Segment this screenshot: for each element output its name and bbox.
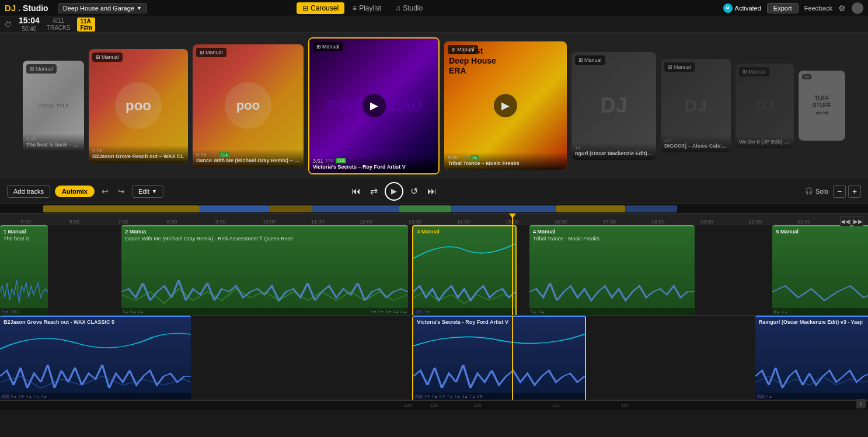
manual-btn-8[interactable]: ⊞Manual xyxy=(739,67,769,76)
ruler-mark: 16:00 xyxy=(554,219,567,225)
track-segment-1[interactable]: 1 Manual The beat is 5▼ 161 xyxy=(0,225,48,315)
manual-btn-4[interactable]: ⊞Manual xyxy=(313,42,343,51)
card-overlay-7: 127 DIGOO3] – Alexis Cabrera xyxy=(661,135,731,152)
manual-btn-6[interactable]: ⊞Manual xyxy=(575,55,605,65)
track-segment-3[interactable]: 3 Manual 6▼ 5▼ xyxy=(412,225,516,315)
carousel-track: LOCAL TALK ⊞Manual 5:46 The beat is back… xyxy=(23,36,845,176)
studio-mode-button[interactable]: ♫ Studio xyxy=(389,2,428,14)
scroll-icon: ↕ xyxy=(860,401,863,407)
undo-button[interactable]: ↩ xyxy=(99,186,111,197)
card-overlay-6: 14 ngurl (Oscar Mackenzie Edit) v3 – Yae… xyxy=(571,143,656,160)
manual-btn-5[interactable]: ⊞Manual xyxy=(448,45,478,54)
current-time: 15:04 xyxy=(19,16,40,26)
play-btn-5[interactable]: ▶ xyxy=(494,94,517,117)
carousel-card-6[interactable]: DJ ⊞Manual 14 ngurl (Oscar Mackenzie Edi… xyxy=(571,52,656,160)
clock-icon: ⏱ xyxy=(5,20,12,29)
studio-icon: ♫ xyxy=(395,4,400,12)
playhead-top xyxy=(512,225,513,315)
track-segment-5[interactable]: 5 Manual 6▲ 4▲ xyxy=(772,225,868,315)
carousel-card-7[interactable]: DJ ⊞Manual 127 DIGOO3] – Alexis Cabrera xyxy=(661,59,731,152)
app-logo: DJ.Studio xyxy=(5,3,48,13)
play-button[interactable]: ▶ xyxy=(385,182,403,201)
ruler-mark: 17:00 xyxy=(603,219,616,225)
edit-button[interactable]: Edit ▼ xyxy=(132,185,163,198)
carousel-card-2[interactable]: poo ⊞Manual 5:06 B2Jason Grove Reach out… xyxy=(89,49,188,163)
mixed-in-key-badge: M Activated xyxy=(723,4,761,13)
zoom-in-button[interactable]: + xyxy=(848,185,861,198)
timeline-section: 5:00 6:00 7:00 8:00 9:00 10:00 11:00 12:… xyxy=(0,204,868,420)
user-avatar[interactable] xyxy=(852,2,863,14)
playhead-bottom xyxy=(512,316,513,400)
total-time: 50:40 xyxy=(22,26,36,33)
card-overlay-5: 8:45 123 2A Tribal Trance – Music Freaks xyxy=(444,152,567,170)
ruler-mark: 21:00 xyxy=(797,219,811,225)
track-segment-6[interactable]: B2Jason Grove Reach out - WAX CLASSIC 5 … xyxy=(0,316,191,400)
headphones-icon: 🎧 xyxy=(805,187,813,195)
carousel-card-9[interactable]: TUFFSTUFFsto ltd Ma xyxy=(799,71,845,141)
ruler-mark: 8:00 xyxy=(167,219,177,225)
carousel-card-5[interactable]: The LostDeep HouseERA ▶ ⊞Manual 8:45 123… xyxy=(444,41,567,170)
mix-title: Deep House and Garage xyxy=(63,5,134,12)
mixed-in-key-status: Activated xyxy=(735,5,761,12)
loop-button[interactable]: ↺ xyxy=(408,184,420,198)
transport-controls: ⏮ ⇄ ▶ ↺ ⏭ xyxy=(349,182,439,201)
feedback-button[interactable]: Feedback xyxy=(804,5,832,12)
scroll-to-bottom-button[interactable]: ↕ xyxy=(856,399,866,408)
play-button-active[interactable]: ▶ xyxy=(362,94,386,117)
track-counter: 4/11 TRACKS xyxy=(47,18,71,32)
track-fraction: 4/11 xyxy=(53,18,64,25)
ruler-mark: 7:00 xyxy=(118,219,128,225)
playlist-icon: ≡ xyxy=(353,4,357,12)
card-overlay-3: 6:16 122 11A Dance With Me (Michael Gray… xyxy=(193,149,304,167)
manual-btn-9[interactable]: Ma xyxy=(802,74,811,79)
track-segment-7[interactable]: Victoria's Secrets - Roy Ford Artist V 4… xyxy=(412,316,585,400)
skip-forward-button[interactable]: ⏭ xyxy=(425,185,439,198)
redo-button[interactable]: ↪ xyxy=(116,186,127,197)
ruler-mark: 12:00 xyxy=(360,219,373,225)
automix-button[interactable]: Automix xyxy=(55,186,95,197)
timeline-prev-button[interactable]: ◀◀ xyxy=(840,216,850,226)
carousel-card-4-active[interactable]: PORTISHEAD ▶ ⊞Manual 3:51 126 11A Victor… xyxy=(308,37,440,174)
track-segment-8[interactable]: Raingurl (Oscar Mackenzie Edit) v3 - Yae… xyxy=(755,316,868,400)
track-segment-2[interactable]: 2 Manua Dance With Me (Michael Gray Remi… xyxy=(121,225,408,315)
manual-btn-3[interactable]: ⊞Manual xyxy=(196,48,226,57)
timeline-next-button[interactable]: ▶▶ xyxy=(853,216,863,226)
carousel-card-1[interactable]: LOCAL TALK ⊞Manual 5:46 The beat is back… xyxy=(23,61,84,151)
add-tracks-button[interactable]: Add tracks xyxy=(7,185,50,198)
mix-selector[interactable]: Deep House and Garage ▼ xyxy=(58,3,147,13)
time-display: 15:04 50:40 xyxy=(19,16,40,33)
ruler-mark: 20:00 xyxy=(748,219,762,225)
ruler-mark: 18:00 xyxy=(651,219,665,225)
zoom-out-button[interactable]: − xyxy=(833,185,846,198)
track-row-top: 1 Manual The beat is 5▼ 161 2 Manua Danc… xyxy=(0,225,868,316)
minimap[interactable] xyxy=(0,204,868,214)
ruler-mark: 19:00 xyxy=(700,219,713,225)
carousel-card-3[interactable]: poo ⊞Manual 6:16 122 11A Dance With Me (… xyxy=(193,44,304,167)
ruler-mark: 14:00 xyxy=(457,219,470,225)
solo-button[interactable]: 🎧 Solo xyxy=(805,187,828,195)
ruler-mark: 9:00 xyxy=(215,219,226,225)
top-right-controls: M Activated Export Feedback ⚙ xyxy=(723,2,863,14)
track-row-bottom: B2Jason Grove Reach out - WAX CLASSIC 5 … xyxy=(0,316,868,400)
top-bar: DJ.Studio Deep House and Garage ▼ ⊟ Caro… xyxy=(0,0,868,16)
settings-icon[interactable]: ⚙ xyxy=(838,4,846,13)
manual-btn-7[interactable]: ⊞Manual xyxy=(664,62,695,72)
playlist-mode-button[interactable]: ≡ Playlist xyxy=(347,2,387,14)
ruler-mark: 13:00 xyxy=(409,219,422,225)
carousel-mode-button[interactable]: ⊟ Carousel xyxy=(297,2,344,14)
timeline-nav: ◀◀ ▶▶ xyxy=(840,216,863,226)
manual-btn-1[interactable]: ⊞Manual xyxy=(26,64,57,74)
manual-btn-2[interactable]: ⊞Manual xyxy=(92,53,123,62)
sync-button[interactable]: ⇄ xyxy=(368,184,380,198)
carousel-section: LOCAL TALK ⊞Manual 5:46 The beat is back… xyxy=(0,33,868,179)
export-button[interactable]: Export xyxy=(767,3,799,13)
ruler-mark: 6:00 xyxy=(69,219,80,225)
track-segment-4[interactable]: 4 Manual Tribal Trance - Music Freaks 5▲… xyxy=(529,225,695,315)
tracks-area: 1 Manual The beat is 5▼ 161 2 Manua Danc… xyxy=(0,225,868,420)
bottom-number-row: 120 122 126 123 127 xyxy=(0,400,868,410)
chevron-down-icon: ▼ xyxy=(137,5,142,11)
chevron-down-icon: ▼ xyxy=(152,188,157,194)
ruler-mark: 10:00 xyxy=(263,219,276,225)
skip-back-button[interactable]: ⏮ xyxy=(349,185,363,198)
carousel-card-8[interactable]: DJ ⊞Manual We Do It (JP Edit) – James xyxy=(735,64,794,148)
